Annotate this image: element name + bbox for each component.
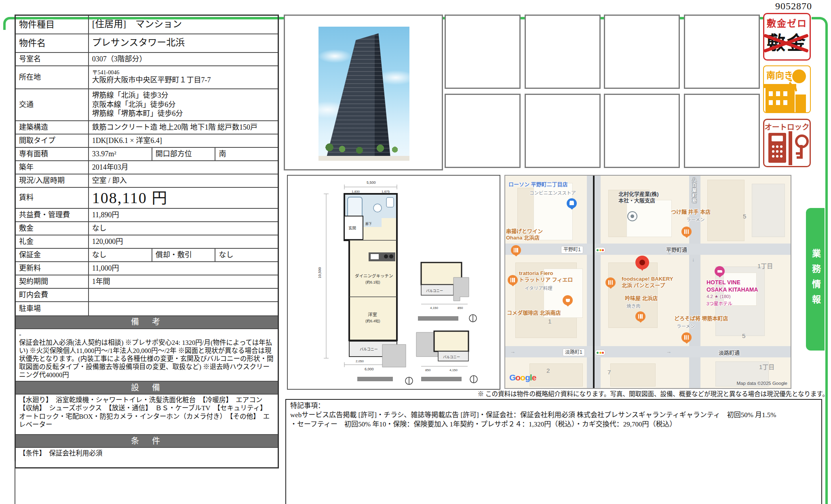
access-line: 堺筋線「北浜」徒歩3分 (92, 91, 274, 100)
zip-code: 〒541-0046 (92, 70, 274, 76)
badge-autolock: オートロック (763, 119, 811, 167)
cafe-pin-icon (563, 295, 573, 305)
table-row: 共益費・管理費11,890円 (15, 208, 278, 222)
oneway-arrow-icon: ↓ (692, 256, 695, 262)
room-size-bedroom: (約6.4帖) (365, 319, 380, 323)
poi-hotel-vine-class: 3つ星ホテル (707, 300, 732, 307)
badge-shikikin-zero: 敷金ゼロ 敷金 (763, 13, 811, 61)
notes-title: 特記事項： (290, 401, 817, 411)
sun-icon (792, 69, 806, 83)
table-row: 駐車場 (15, 302, 278, 316)
poi-ginmiya: 吟味屋 北浜店 (625, 295, 658, 302)
road-hiranomachi (505, 244, 791, 255)
photo-placeholder (525, 15, 601, 89)
map-disclaimer: ※ この資料は物件の概略紹介資料になります。写真、間取図面、設備、概要などが現況… (445, 389, 829, 398)
photo-placeholder (445, 94, 521, 168)
poi-trattoria-fiero-category: イタリア料理 (525, 285, 553, 291)
photo-placeholder (684, 15, 760, 89)
table-row: 町内会費 (15, 288, 278, 302)
intersection-label-hiranomachi1: 平野町1 (561, 246, 583, 254)
table-row: 敷金なし (15, 222, 278, 235)
building-photo (318, 27, 409, 161)
floorplan-drawing: 5,500 1,830 1,675 10,500 6,000 2,050 950… (288, 176, 500, 387)
poi-tsukemen-ide: つけ麺 井手 本店 (671, 209, 711, 215)
badge-shikikin-zero-label: 敷金ゼロ (764, 16, 810, 29)
room-label-balcony: バルコニー (426, 289, 443, 293)
poi-dorosoba-category: ラーメン (677, 323, 695, 329)
poi-kitamura: 北村化学産業(株)本社・大阪支店 (618, 191, 659, 204)
dim-label: 10,500 (318, 267, 322, 278)
table-row: 所在地〒541-0046大阪府大阪市中央区平野町１丁目7-7 (15, 66, 278, 89)
property-flyer-page: 9052870 物件種目[住居用] マンション 物件名プレサンスタワー北浜 号室… (0, 0, 831, 504)
table-row: 現況/入居時期空室 / 即入 (15, 174, 278, 187)
dim-label: 6,000 (365, 367, 374, 371)
property-location-pin-icon (635, 256, 649, 269)
block-number: 1丁目 (757, 261, 773, 270)
poi-lawson: ローソン 平野町二丁目店 (508, 181, 568, 188)
access-line: 堺筋線「堺筋本町」徒歩6分 (92, 109, 274, 118)
google-logo: Google (509, 373, 536, 382)
block-number: 1丁目 (759, 362, 774, 371)
conditions-section-header: 条 件 (15, 435, 278, 447)
conditions-row: 【条件】 保証会社利用必須 (15, 447, 278, 468)
poi-dorosoba: どろそば将 堺筋本町店 (674, 315, 728, 322)
hotel-pin-icon (715, 266, 725, 276)
table-row: 間取タイプ1DK[DK6.1 × 洋室6.4] (15, 134, 278, 147)
block-number: 5 (743, 213, 746, 220)
house-icon (766, 87, 795, 112)
table-row: 更新料11,000円 (15, 262, 278, 275)
poi-ohana: 串揚げとワインOhana 北浜店 (506, 228, 543, 242)
intersection-label-awajimachi1: 淡路町1 (563, 349, 585, 356)
room-label-balcony: バルコニー (360, 347, 378, 351)
map: 八百屋町筋 平野町通 淡路町通 平野町1 淡路町1 → ↓ → → 5 1丁目 … (504, 175, 791, 389)
room-label-balcony: バルコニー (443, 355, 460, 359)
table-row: 築年2014年03月 (15, 161, 278, 174)
intercom-icon (768, 133, 786, 163)
rent-amount: 108,110 円 (92, 189, 168, 206)
poi-trattoria-fiero: trattoria Fieroトラットリア フィエロ (519, 270, 573, 284)
poi-hotel-vine: HOTEL VINEOSAKA KITAHAMA (707, 279, 758, 293)
table-row: 交通 堺筋線「北浜」徒歩3分 京阪本線「北浜」徒歩6分 堺筋線「堺筋本町」徒歩6… (15, 89, 278, 121)
equipment-row: 【水廻り】 浴室乾燥機・シャワートイレ・洗髪洗面化粧台 【冷暖房】 エアコン 【… (15, 394, 278, 435)
table-row: 保証金なし償却・敷引なし (15, 248, 278, 262)
trees-image (318, 140, 409, 157)
table-left-border-continuation (15, 461, 15, 504)
notes-line: webサービス広告掲載 [許可]・チラシ、雑誌等掲載広告 [許可]・保証会社：保… (290, 411, 817, 420)
property-table: 物件種目[住居用] マンション 物件名プレサンスタワー北浜 号室名0307（3階… (15, 15, 279, 468)
room-label-hall: 廊下 (365, 222, 372, 226)
poi-ginmiya-category: 焼き肉 (626, 302, 641, 309)
access-line: 京阪本線「北浜」徒歩6分 (92, 100, 274, 109)
remarks-row: - 保証会社加入必須(法人契約は相談) ※プレサポ安心24: 1320円/月(物… (15, 329, 278, 382)
poi-foodscape: foodscape! BAKERY北浜 パンとスープ (622, 276, 673, 289)
floorplan-box: 5,500 1,830 1,675 10,500 6,000 2,050 950… (287, 175, 500, 390)
remarks-text: 保証会社加入必須(法人契約は相談) ※プレサポ安心24: 1320円/月(物件に… (19, 339, 274, 380)
restaurant-pin-icon (681, 227, 692, 237)
poi-hotel-vine-rating: 4.2 ★ (180) (707, 294, 731, 299)
green-frame-right (825, 32, 828, 504)
oneway-arrow-icon: → (666, 250, 671, 256)
dim-label: 850 (425, 368, 431, 372)
oneway-arrow-icon: → (510, 349, 515, 355)
photo-placeholder (525, 94, 601, 168)
remarks-dash: - (19, 331, 274, 339)
restaurant-pin-icon (511, 245, 521, 255)
photo-placeholder (604, 94, 680, 168)
equipment-section-header: 設 備 (15, 381, 278, 394)
road-label-yaoyamachi: 八百屋町筋 (691, 177, 697, 204)
remarks-section-header: 備 考 (15, 316, 278, 329)
notes-line: ・セーフティー 初回50% 年10・保険：保険要加入 1年契約・プレサポ２４：1… (290, 420, 817, 429)
table-row: 契約期間1年間 (15, 275, 278, 288)
road-awajimachi (505, 346, 791, 357)
business-info-tab-label: 業務情報 (809, 249, 822, 310)
convenience-store-pin-icon (567, 198, 577, 208)
badge-minamimuki: 南向き (763, 65, 811, 113)
table-row: 礼金120,000円 (15, 235, 278, 248)
dim-label: 4,150 (449, 368, 458, 372)
room-label-entrance: 玄関 (348, 226, 356, 230)
bakery-pin-icon (605, 277, 616, 288)
restaurant-pin-icon (508, 275, 518, 285)
table-row: 物件種目[住居用] マンション (15, 15, 278, 34)
equipment-text: 【水廻り】 浴室乾燥機・シャワートイレ・洗髪洗面化粧台 【冷暖房】 エアコン 【… (15, 394, 278, 435)
address: 大阪府大阪市中央区平野町１丁目7-7 (92, 76, 211, 84)
traffic-light-icon (595, 247, 605, 253)
